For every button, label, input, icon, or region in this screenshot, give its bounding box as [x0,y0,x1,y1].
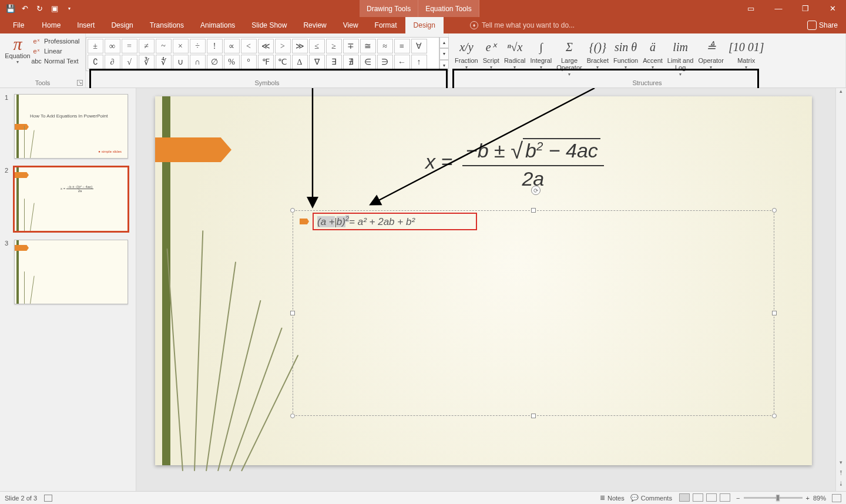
structure-operator[interactable]: ≜ Operator ▾ [696,37,726,77]
symbol-button[interactable]: ℃ [275,55,291,69]
structure-limit-and-log[interactable]: lim Limit and Log ▾ [665,37,696,77]
symbol-button[interactable]: > [275,39,291,53]
structure-large-operator[interactable]: Σ Large Operator ▾ [554,37,584,77]
symbol-button[interactable]: ≈ [377,39,393,53]
structure-fraction[interactable]: x/y Fraction ▾ [452,37,481,77]
symbol-button[interactable]: × [173,39,189,53]
resize-handle[interactable] [772,208,777,213]
save-icon[interactable]: 💾 [6,4,15,13]
tell-me-search[interactable]: ♦ Tell me what you want to do... [470,17,575,33]
symbol-button[interactable]: ≥ [326,39,342,53]
symbol-button[interactable]: ∝ [224,39,240,53]
symbol-button[interactable]: ~ [156,39,172,53]
symbol-button[interactable]: ≡ [394,39,410,53]
tab-insert[interactable]: Insert [69,17,103,33]
spellcheck-icon[interactable] [44,495,52,502]
symbol-button[interactable]: % [224,55,240,69]
symbol-button[interactable]: < [241,39,257,53]
tab-review[interactable]: Review [295,17,334,33]
structure-integral[interactable]: ∫ Integral ▾ [528,37,555,77]
zoom-slider-thumb[interactable] [776,495,780,501]
symbol-button[interactable]: ∂ [105,55,120,69]
symbol-button[interactable]: ∅ [207,55,223,69]
symbol-button[interactable]: ↑ [411,55,427,69]
slide-sorter-view-icon[interactable] [693,493,703,502]
symbol-button[interactable]: ∄ [343,55,359,69]
resize-handle[interactable] [531,414,536,418]
symbol-button[interactable]: ° [241,55,257,69]
scroll-down-icon[interactable]: ▾ [836,459,846,470]
slide-thumbnail-panel[interactable]: 1 How To Add Equations In PowerPoint ● s… [0,88,136,491]
notes-button[interactable]: ≣ Notes [600,494,625,502]
structure-script[interactable]: eˣ Script ▾ [481,37,502,77]
tab-file[interactable]: File [4,17,33,33]
symbol-button[interactable]: ∪ [173,55,189,69]
symbol-button[interactable]: ≤ [309,39,325,53]
next-slide-icon[interactable]: ⭳ [836,481,846,491]
symbol-button[interactable]: ∃ [326,55,342,69]
minimize-icon[interactable]: — [765,0,792,17]
vertical-scrollbar[interactable]: ▴ ▾ ⭱ ⭳ [835,88,846,491]
thumbnail-slide-2[interactable]: x = −b ± √(b² − 4ac) 2a [14,167,128,231]
zoom-in-button[interactable]: + [806,495,810,502]
tab-format[interactable]: Format [367,17,405,33]
resize-handle[interactable] [290,414,295,418]
symbol-button[interactable]: ≅ [360,39,376,53]
symbol-button[interactable]: ± [88,39,103,53]
tab-view[interactable]: View [335,17,367,33]
redo-icon[interactable]: ↻ [35,4,44,13]
slideshow-view-icon[interactable] [720,493,730,502]
symbol-button[interactable]: ≠ [139,39,155,53]
tab-equation-design[interactable]: Design [405,17,444,33]
symbol-button[interactable]: ← [394,55,410,69]
fit-to-window-icon[interactable] [832,494,841,502]
professional-button[interactable]: eˣProfessional [32,37,80,45]
symbol-button[interactable]: ∞ [105,39,120,53]
reading-view-icon[interactable] [706,493,717,502]
slide-canvas[interactable]: x = −b ± b2 − 4ac 2a ⟳ [155,96,812,465]
symbol-button[interactable]: ∇ [309,55,325,69]
symbols-more-dropdown[interactable]: ▾ [439,60,449,71]
symbol-button[interactable]: ∁ [88,55,103,69]
resize-handle[interactable] [290,208,295,213]
symbol-button[interactable]: ℉ [258,55,274,69]
ribbon-display-options-icon[interactable]: ▭ [740,0,761,17]
thumbnail-slide-1[interactable]: How To Add Equations In PowerPoint ● sim… [14,94,128,159]
symbol-button[interactable]: ∋ [377,55,393,69]
qat-customize-icon[interactable]: ▾ [65,4,73,13]
equation-binomial[interactable]: (a +b)2= a² + 2ab + b² [317,215,415,228]
thumbnail-3[interactable]: 3 [5,240,131,304]
structure-bracket[interactable]: {()} Bracket ▾ [585,37,611,77]
normal-view-icon[interactable] [679,493,690,502]
rotate-handle-icon[interactable]: ⟳ [531,186,540,195]
share-button[interactable]: Share [807,17,838,33]
symbol-button[interactable]: ∆ [292,55,308,69]
symbol-button[interactable]: ∈ [360,55,376,69]
equation-quadratic[interactable]: x = −b ± b2 − 4ac 2a [425,137,604,190]
symbol-button[interactable]: ∩ [190,55,206,69]
symbol-button[interactable]: ÷ [190,39,206,53]
scroll-up-icon[interactable]: ▴ [836,88,846,99]
from-beginning-icon[interactable]: ▣ [50,4,59,13]
symbol-button[interactable]: ! [207,39,223,53]
symbol-button[interactable]: √ [122,55,137,69]
structure-radical[interactable]: ⁿ√x Radical ▾ [502,37,528,77]
tab-home[interactable]: Home [33,17,69,33]
tab-slide-show[interactable]: Slide Show [243,17,295,33]
resize-handle[interactable] [531,208,536,213]
symbol-button[interactable]: ∓ [343,39,359,53]
zoom-percent[interactable]: 89% [813,495,826,502]
symbols-scroll-down[interactable]: ▾ [439,48,449,59]
slide-counter[interactable]: Slide 2 of 3 [5,495,37,502]
tab-design[interactable]: Design [103,17,141,33]
symbols-scroll-up[interactable]: ▴ [439,37,449,48]
zoom-out-button[interactable]: − [736,495,740,502]
symbol-button[interactable]: ∀ [411,39,427,53]
thumbnail-slide-3[interactable] [14,240,128,304]
symbol-button[interactable]: = [122,39,137,53]
tools-dialog-launcher[interactable]: ↘ [77,80,83,86]
normal-text-button[interactable]: abcNormal Text [32,57,80,65]
structure-function[interactable]: sin θ Function ▾ [611,37,640,77]
tab-transitions[interactable]: Transitions [142,17,192,33]
close-icon[interactable]: ✕ [819,0,846,17]
